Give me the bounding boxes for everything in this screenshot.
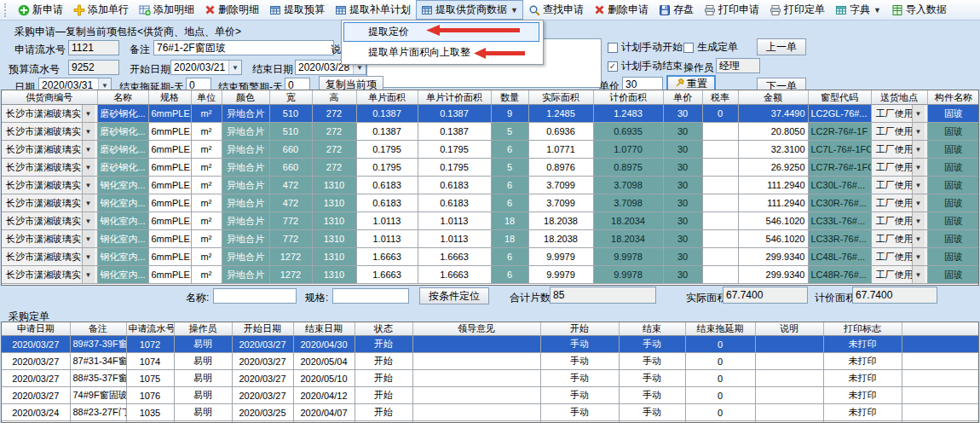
cell[interactable]: 9.9979 <box>528 248 593 266</box>
cell[interactable]: 6mmPLE... <box>148 230 191 248</box>
toolbar-button-11[interactable]: 打印申请 <box>699 0 764 20</box>
table-row[interactable]: 长沙市潇湘玻璃实...▼钢化室内...6mmPLE...m²异地合片127213… <box>2 266 979 284</box>
cell[interactable]: 工厂使用▼ <box>871 159 927 177</box>
cell[interactable] <box>902 370 979 387</box>
table-row[interactable]: 长沙市潇湘玻璃实...▼磨砂钢化...6mmPLE...m²异地合片510272… <box>2 123 979 141</box>
chevron-down-icon[interactable]: ▼ <box>912 159 925 176</box>
cell[interactable]: 异地合片 <box>222 177 269 194</box>
cell[interactable]: 1072 <box>126 336 174 353</box>
cell[interactable]: 32.3100 <box>738 141 808 159</box>
cell[interactable]: 0.1387 <box>356 105 418 123</box>
cell[interactable]: 18.2034 <box>593 230 663 248</box>
cell[interactable]: 272 <box>312 105 356 123</box>
chevron-down-icon[interactable]: ▼ <box>912 212 925 229</box>
table-row[interactable]: 长沙市潇湘玻璃实...▼钢化室内...6mmPLE...m²异地合片772131… <box>2 212 979 230</box>
cell[interactable] <box>702 194 738 212</box>
cell[interactable]: 1035 <box>126 404 174 421</box>
table-row[interactable]: 2020/03/2488#23-27F门顶玻1035易明2020/03/2520… <box>2 404 979 421</box>
cell[interactable]: 6mmPLE... <box>148 248 191 266</box>
cell[interactable] <box>702 177 738 194</box>
cell[interactable] <box>702 159 738 177</box>
cell[interactable]: 钢化室内... <box>97 177 148 194</box>
cell[interactable]: 546.1020 <box>738 230 808 248</box>
cell[interactable]: 2020/03/27 <box>232 370 293 387</box>
cell[interactable]: 固玻 <box>927 123 979 141</box>
cell[interactable]: 6 <box>491 194 528 212</box>
cell[interactable]: 6 <box>491 141 528 159</box>
cell[interactable]: 0.6936 <box>528 123 593 141</box>
cell[interactable]: 30 <box>663 266 702 284</box>
cell[interactable]: m² <box>191 177 222 194</box>
cell[interactable]: 2020/03/24 <box>2 404 70 421</box>
cell[interactable]: LC48L-76#... <box>808 248 871 266</box>
cell[interactable] <box>412 387 540 404</box>
cell[interactable]: 6 <box>491 266 528 284</box>
filter-spec-input[interactable] <box>332 288 409 304</box>
cell[interactable]: 510 <box>269 105 312 123</box>
cell[interactable] <box>755 353 823 370</box>
cell[interactable]: 0.6183 <box>356 177 418 194</box>
cell[interactable]: LC30R-76#... <box>808 194 871 212</box>
cell[interactable]: 9.9979 <box>528 266 593 284</box>
cell[interactable]: 工厂使用▼ <box>871 194 927 212</box>
cell[interactable]: 钢化室内... <box>97 248 148 266</box>
cell[interactable]: 0.6935 <box>593 123 663 141</box>
cell[interactable]: 3.7099 <box>528 177 593 194</box>
cell[interactable]: 长沙市潇湘玻璃实...▼ <box>2 177 97 194</box>
cell[interactable]: 30 <box>663 177 702 194</box>
cell[interactable]: 0.1795 <box>356 141 418 159</box>
cell[interactable]: m² <box>191 212 222 230</box>
cell[interactable]: 6mmPLE... <box>148 123 191 141</box>
cell[interactable]: 30 <box>663 230 702 248</box>
table-row[interactable]: 长沙市潇湘玻璃实...▼磨砂钢化...6mmPLE...m²异地合片510272… <box>2 105 979 123</box>
cell[interactable]: 长沙市潇湘玻璃实...▼ <box>2 105 97 123</box>
cell[interactable]: 299.9340 <box>738 266 808 284</box>
cell[interactable]: 6mmPLE... <box>148 266 191 284</box>
checkbox-icon[interactable]: ✓ <box>608 61 618 72</box>
cell[interactable]: 6mmPLE... <box>148 141 191 159</box>
cell[interactable]: 87#31-34F窗固玻 <box>70 353 126 370</box>
cell[interactable]: 510 <box>269 123 312 141</box>
cell[interactable]: 固玻 <box>927 230 979 248</box>
cell[interactable]: 6mmPLE... <box>148 105 191 123</box>
table-row[interactable]: 2020/03/2774#9F窗固玻1076易明2020/03/272020/0… <box>2 387 979 404</box>
cell[interactable]: 未打印 <box>823 370 902 387</box>
cell[interactable]: 长沙市潇湘玻璃实...▼ <box>2 266 97 284</box>
cell[interactable]: 工厂使用▼ <box>871 266 927 284</box>
toolbar-button-7[interactable]: 提取供货商数据▼ <box>416 0 523 20</box>
cell[interactable]: 固玻 <box>927 194 979 212</box>
cell[interactable]: 长沙市潇湘玻璃实...▼ <box>2 212 97 230</box>
cell[interactable]: LC30L-76#... <box>808 177 871 194</box>
cell[interactable]: 固玻 <box>927 105 979 123</box>
cell[interactable] <box>755 336 823 353</box>
serial-field[interactable] <box>68 40 119 55</box>
toolbar-button-4[interactable]: 删除明细 <box>199 0 264 20</box>
filter-name-input[interactable] <box>213 288 297 304</box>
cell[interactable]: 660 <box>269 141 312 159</box>
cell[interactable]: 772 <box>269 230 312 248</box>
cell[interactable]: 钢化室内... <box>97 212 148 230</box>
cell[interactable]: 111.2940 <box>738 177 808 194</box>
toolbar-button-12[interactable]: 打印定单 <box>764 0 830 20</box>
cell[interactable]: 钢化室内... <box>97 194 148 212</box>
toolbar-button-2[interactable]: 添加单行 <box>68 0 134 20</box>
cell[interactable]: 手动 <box>540 336 619 353</box>
cell[interactable]: 0.1387 <box>418 123 491 141</box>
cell[interactable]: 0.1795 <box>356 159 418 177</box>
cell[interactable]: m² <box>191 248 222 266</box>
cell[interactable]: 手动 <box>619 336 685 353</box>
cell[interactable]: 88#35-37F窗固玻 <box>70 370 126 387</box>
toolbar-button-5[interactable]: 提取预算 <box>264 0 330 20</box>
cell[interactable]: m² <box>191 123 222 141</box>
cell[interactable]: 2020/05/04 <box>293 353 355 370</box>
chevron-down-icon[interactable]: ▼ <box>912 123 925 140</box>
cell[interactable]: 0 <box>685 336 755 353</box>
cell[interactable]: 异地合片 <box>222 248 269 266</box>
cell[interactable]: 0 <box>685 353 755 370</box>
checkbox-icon[interactable] <box>608 43 618 53</box>
cell[interactable]: 磨砂钢化... <box>97 105 148 123</box>
chevron-down-icon[interactable]: ▼ <box>82 194 95 212</box>
cell[interactable]: 磨砂钢化... <box>97 141 148 159</box>
cell[interactable]: 772 <box>269 212 312 230</box>
cell[interactable]: 1310 <box>312 248 356 266</box>
